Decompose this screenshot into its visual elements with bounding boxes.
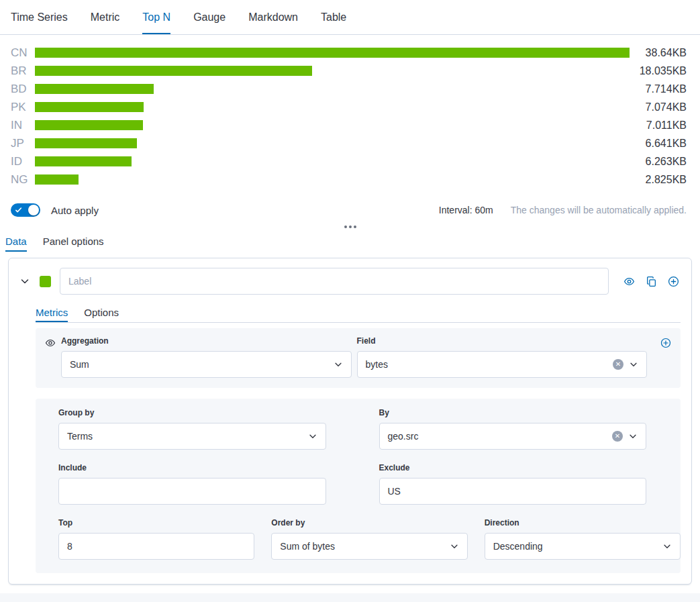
bar-value: 6.641KB <box>630 138 687 150</box>
group-by-row: Group by Terms By geo.src ✕ <box>58 408 646 450</box>
collapse-chevron-icon[interactable] <box>19 276 30 287</box>
tab-time-series[interactable]: Time Series <box>11 0 68 34</box>
tab-panel-options[interactable]: Panel options <box>43 230 104 252</box>
exclude-label: Exclude <box>379 463 647 472</box>
tab-gauge[interactable]: Gauge <box>193 0 226 34</box>
bar-track <box>35 138 630 148</box>
direction-field-group: Direction Descending <box>485 518 681 560</box>
bar <box>35 174 79 185</box>
order-by-select[interactable]: Sum of bytes <box>271 533 467 560</box>
series-color-swatch[interactable] <box>40 276 51 287</box>
clear-icon[interactable]: ✕ <box>612 431 623 442</box>
bar-track <box>35 120 630 130</box>
chart-row: NG 2.825KB <box>11 170 687 189</box>
group-by-field-group: Group by Terms <box>58 408 326 450</box>
bar-value: 18.035KB <box>630 65 687 77</box>
chevron-down-icon <box>450 542 459 551</box>
chart-row: IN 7.011KB <box>11 116 687 134</box>
chart-row: CN 38.64KB <box>11 44 687 62</box>
series-tabbar: MetricsOptions <box>36 303 681 323</box>
series-body: MetricsOptions Aggregation Sum Field byt… <box>36 303 681 573</box>
group-by-select[interactable]: Terms <box>58 423 326 450</box>
handle-dot <box>354 225 356 228</box>
top-order-direction-row: Top Order by Sum of bytes Direction D <box>58 518 681 560</box>
bar <box>35 66 312 76</box>
include-input[interactable] <box>58 478 326 505</box>
tab-data[interactable]: Data <box>5 230 27 252</box>
bar-track <box>35 48 630 58</box>
bar-track <box>35 84 630 94</box>
clear-icon[interactable]: ✕ <box>613 359 623 370</box>
field-select[interactable]: bytes ✕ <box>357 351 648 378</box>
bar-track <box>35 102 630 112</box>
top-input[interactable] <box>58 533 254 560</box>
chevron-down-icon <box>334 360 343 369</box>
metric-eye-icon[interactable] <box>45 338 56 348</box>
bar-track <box>35 156 630 166</box>
group-by-label: Group by <box>58 408 326 417</box>
bar <box>35 156 132 166</box>
series-label-input[interactable] <box>60 268 609 295</box>
bar-track <box>35 66 630 76</box>
bar-value: 7.714KB <box>630 83 687 95</box>
group-by-section: Group by Terms By geo.src ✕ <box>36 399 681 573</box>
editor-tabbar: DataPanel options <box>0 230 700 252</box>
tsvb-editor: Time SeriesMetricTop NGaugeMarkdownTable… <box>0 0 700 602</box>
check-icon <box>15 206 23 214</box>
aggregation-select[interactable]: Sum <box>61 351 352 378</box>
field-label: Field <box>357 336 648 346</box>
tab-options[interactable]: Options <box>84 303 119 322</box>
include-field-group: Include <box>58 463 326 505</box>
bar-label: JP <box>11 137 35 150</box>
by-field-select[interactable]: geo.src ✕ <box>379 423 647 450</box>
handle-dot <box>344 225 347 228</box>
auto-apply-toggle[interactable] <box>11 203 40 217</box>
auto-apply-row: Auto apply Interval: 60m The changes wil… <box>0 201 700 219</box>
chart-row: BD 7.714KB <box>11 80 687 98</box>
aggregation-label: Aggregation <box>61 336 352 346</box>
bar-value: 7.074KB <box>630 101 687 113</box>
add-series-icon[interactable] <box>668 276 679 287</box>
topn-chart: CN 38.64KB BR 18.035KB BD 7.714KB PK 7.0… <box>0 35 700 195</box>
bar <box>35 138 137 148</box>
include-exclude-row: Include Exclude <box>58 463 646 505</box>
metric-row: Aggregation Sum Field bytes ✕ <box>36 328 681 388</box>
exclude-field-group: Exclude <box>379 463 647 505</box>
add-metric-icon[interactable] <box>660 338 671 348</box>
interval-label: Interval: 60m <box>439 205 493 215</box>
by-label: By <box>379 408 647 417</box>
bar-label: BD <box>11 83 35 96</box>
resize-handle[interactable] <box>0 225 700 228</box>
bar-value: 7.011KB <box>630 119 687 132</box>
chart-row: ID 6.263KB <box>11 152 687 170</box>
auto-apply-hint: The changes will be automatically applie… <box>511 205 687 215</box>
bar-track <box>35 174 630 185</box>
aggregation-field-group: Aggregation Sum <box>61 336 352 378</box>
bar <box>35 120 143 130</box>
direction-select[interactable]: Descending <box>485 533 681 560</box>
bar-label: NG <box>11 173 35 187</box>
field-field-group: Field bytes ✕ <box>357 336 648 378</box>
tab-metrics[interactable]: Metrics <box>36 303 68 322</box>
tab-top-n[interactable]: Top N <box>142 0 170 34</box>
bar-label: BR <box>11 64 35 78</box>
tab-table[interactable]: Table <box>321 0 346 34</box>
chart-row: JP 6.641KB <box>11 134 687 152</box>
tab-metric[interactable]: Metric <box>91 0 120 34</box>
tab-markdown[interactable]: Markdown <box>248 0 298 34</box>
order-by-field-group: Order by Sum of bytes <box>271 518 467 560</box>
bar-label: IN <box>11 119 35 132</box>
bar-value: 6.263KB <box>630 156 687 168</box>
exclude-input[interactable] <box>379 478 647 505</box>
visualization-tabbar: Time SeriesMetricTop NGaugeMarkdownTable <box>0 0 700 35</box>
chevron-down-icon <box>628 432 638 441</box>
bar <box>35 48 630 58</box>
bar <box>35 102 144 112</box>
include-label: Include <box>58 463 326 472</box>
series-card: MetricsOptions Aggregation Sum Field byt… <box>8 258 692 585</box>
order-by-label: Order by <box>271 518 467 528</box>
direction-label: Direction <box>485 518 681 528</box>
copy-icon[interactable] <box>646 276 657 287</box>
eye-icon[interactable] <box>623 276 635 287</box>
chevron-down-icon <box>308 432 317 441</box>
